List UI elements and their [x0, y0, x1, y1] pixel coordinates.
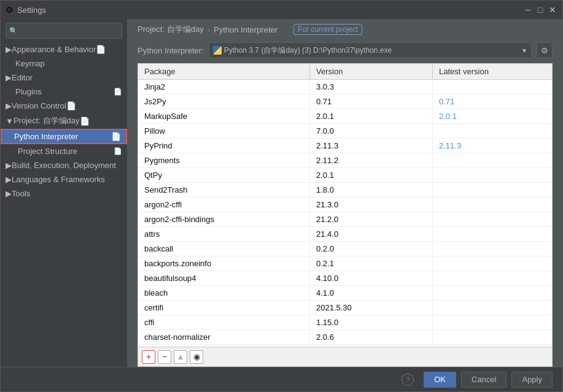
table-row[interactable]: Send2Trash 1.8.0 [138, 183, 552, 198]
interpreter-select[interactable]: Python 3.7 (自学编day) (3) D:\Python37\pyth… [209, 42, 532, 58]
sidebar-item-python-interpreter[interactable]: Python Interpreter 📄 [1, 129, 127, 144]
cell-latest [433, 301, 552, 315]
cell-latest [433, 256, 552, 271]
remove-package-button[interactable]: − [158, 350, 171, 364]
sidebar-item-tools[interactable]: ▶ Tools [1, 186, 127, 201]
show-details-button[interactable]: ◉ [190, 350, 203, 364]
column-header-version: Version [310, 64, 433, 79]
cell-version: 1.15.0 [310, 315, 433, 329]
sidebar-item-label: Build, Execution, Deployment [12, 161, 116, 170]
cell-version: 21.4.0 [310, 227, 433, 241]
cell-package: cffi [138, 315, 310, 329]
cell-version: 4.10.0 [310, 271, 433, 285]
add-package-button[interactable]: + [142, 350, 155, 364]
table-row[interactable]: argon2-cffi 21.3.0 [138, 198, 552, 212]
interpreter-row: Python Interpreter: Python 3.7 (自学编day) … [128, 40, 562, 63]
cell-package: Jinja2 [138, 80, 310, 94]
table-row[interactable]: cffi 1.15.0 [138, 315, 552, 330]
breadcrumb-separator: › [208, 25, 210, 34]
cell-version: 2.0.1 [310, 168, 433, 182]
cell-latest: 2.0.1 [433, 109, 552, 123]
table-row[interactable]: QtPy 2.0.1 [138, 168, 552, 183]
sidebar-item-label: Python Interpreter [14, 132, 78, 141]
cell-version: 7.0.0 [310, 124, 433, 138]
table-row[interactable]: Pillow 7.0.0 [138, 124, 552, 139]
sidebar-item-keymap[interactable]: Keymap [1, 56, 127, 71]
table-row[interactable]: bleach 4.1.0 [138, 286, 552, 301]
title-bar-controls: ─ □ ✕ [523, 5, 557, 15]
cell-latest [433, 212, 552, 226]
sidebar-item-label: Plugins [15, 87, 42, 96]
cell-latest [433, 183, 552, 197]
packages-table: Package Version Latest version Jinja2 3.… [138, 63, 553, 367]
sidebar-item-label: Languages & Frameworks [12, 175, 105, 184]
table-row[interactable]: beautifulsoup4 4.10.0 [138, 271, 552, 286]
cell-package: argon2-cffi [138, 198, 310, 212]
cell-latest [433, 153, 552, 167]
cell-package: Pygments [138, 153, 310, 167]
cell-version: 1.8.0 [310, 183, 433, 197]
search-icon: 🔍 [9, 27, 18, 35]
table-footer: + − ▲ ◉ [138, 347, 552, 366]
help-button[interactable]: ? [402, 374, 414, 386]
sidebar-item-project-structure[interactable]: Project Structure 📄 [1, 144, 127, 158]
minimize-button[interactable]: ─ [523, 5, 533, 15]
title-bar-icon: ⚙ [6, 5, 14, 15]
sidebar-item-languages[interactable]: ▶ Languages & Frameworks [1, 172, 127, 186]
cell-version: 3.0.3 [310, 80, 433, 94]
table-row[interactable]: backports.zoneinfo 0.2.1 [138, 256, 552, 271]
cell-version: 0.71 [310, 94, 433, 109]
sidebar-item-version-control[interactable]: ▶ Version Control 📄 [1, 99, 127, 113]
cell-latest [433, 227, 552, 241]
apply-button[interactable]: Apply [511, 372, 553, 388]
cancel-button[interactable]: Cancel [461, 372, 507, 388]
page-icon: 📄 [114, 147, 122, 155]
table-row[interactable]: attrs 21.4.0 [138, 227, 552, 242]
table-row[interactable]: Jinja2 3.0.3 [138, 80, 552, 94]
table-row[interactable]: Pygments 2.11.2 [138, 153, 552, 168]
cell-version: 2.0.6 [310, 330, 433, 344]
cell-package: attrs [138, 227, 310, 241]
cell-version: 2.0.1 [310, 109, 433, 123]
sidebar-item-appearance[interactable]: ▶ Appearance & Behavior 📄 [1, 42, 127, 56]
breadcrumb-project: Project: 自学编day [138, 24, 204, 35]
table-row[interactable]: charset-normalizer 2.0.6 [138, 330, 552, 345]
cell-package: MarkupSafe [138, 109, 310, 123]
page-icon: 📄 [111, 132, 121, 141]
cell-latest: 0.71 [433, 94, 552, 109]
sidebar-item-label: Editor [12, 73, 33, 82]
ok-button[interactable]: OK [424, 372, 456, 388]
table-row[interactable]: Js2Py 0.71 0.71 [138, 94, 552, 109]
sidebar: 🔍 ▶ Appearance & Behavior 📄 Keymap ▶ Edi… [1, 19, 128, 367]
arrow-icon: ▶ [6, 45, 12, 54]
page-icon: 📄 [114, 88, 122, 96]
content-area: 🔍 ▶ Appearance & Behavior 📄 Keymap ▶ Edi… [1, 19, 562, 367]
cell-version: 4.1.0 [310, 286, 433, 300]
cell-version: 21.3.0 [310, 198, 433, 212]
cell-latest [433, 286, 552, 300]
table-row[interactable]: MarkupSafe 2.0.1 2.0.1 [138, 109, 552, 124]
table-row[interactable]: certifi 2021.5.30 [138, 301, 552, 315]
sidebar-item-plugins[interactable]: Plugins 📄 [1, 85, 127, 99]
sidebar-item-project[interactable]: ▼ Project: 自学编day 📄 [1, 113, 127, 129]
table-row[interactable]: argon2-cffi-bindings 21.2.0 [138, 212, 552, 227]
sidebar-item-build[interactable]: ▶ Build, Execution, Deployment [1, 158, 127, 172]
settings-window: ⚙ Settings ─ □ ✕ 🔍 ▶ Appearance & Behavi… [0, 0, 563, 392]
gear-icon: ⚙ [541, 46, 548, 55]
table-row[interactable]: PyPrind 2.11.3 2.11.3 [138, 139, 552, 153]
breadcrumb-tag: For current project [293, 24, 362, 35]
sidebar-item-editor[interactable]: ▶ Editor [1, 71, 127, 85]
search-input[interactable] [6, 23, 122, 39]
up-package-button[interactable]: ▲ [174, 350, 187, 364]
python-logo-icon [213, 46, 222, 55]
title-bar: ⚙ Settings ─ □ ✕ [1, 1, 562, 19]
cell-latest [433, 271, 552, 285]
table-row[interactable]: backcall 0.2.0 [138, 242, 552, 256]
dropdown-arrow-icon: ▼ [521, 47, 527, 54]
sidebar-item-label: Project Structure [18, 147, 77, 156]
arrow-icon: ▶ [6, 73, 12, 82]
close-button[interactable]: ✕ [548, 5, 557, 15]
cell-latest [433, 124, 552, 138]
interpreter-settings-button[interactable]: ⚙ [537, 42, 553, 58]
maximize-button[interactable]: □ [535, 5, 545, 15]
